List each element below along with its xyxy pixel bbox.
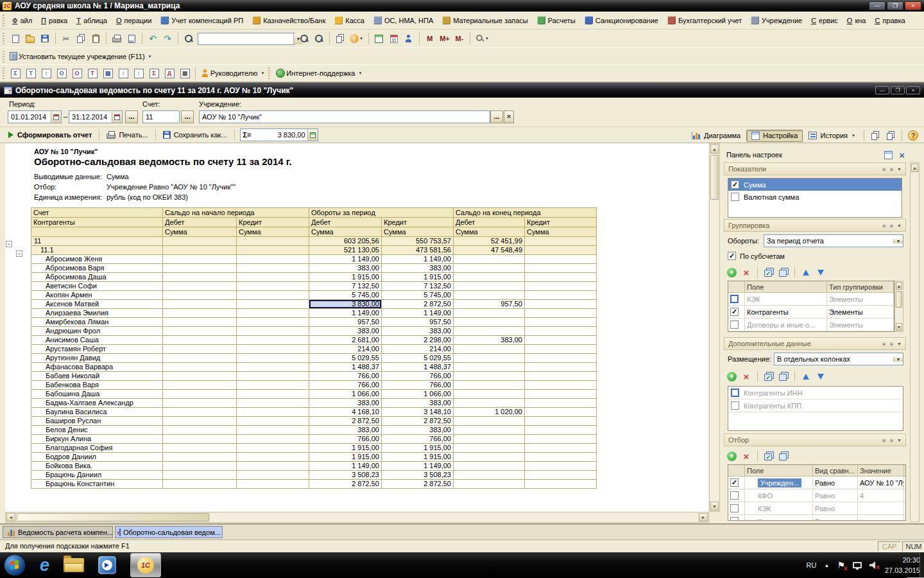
- amount-cell[interactable]: 1 149,00: [382, 309, 454, 318]
- amount-cell[interactable]: 2 681,00: [309, 336, 382, 345]
- amount-cell[interactable]: [525, 417, 597, 426]
- scroll-thumb[interactable]: [710, 155, 719, 200]
- amount-cell[interactable]: 473 581,56: [382, 246, 454, 255]
- amount-cell[interactable]: [525, 480, 597, 489]
- scroll-left-icon[interactable]: ◄: [6, 513, 15, 521]
- account-name-cell[interactable]: Андрюшин Фрол: [31, 327, 163, 336]
- section-indicators-header[interactable]: Показатели «»▼: [724, 162, 906, 175]
- amount-cell[interactable]: 52 451,99: [454, 237, 525, 246]
- amount-cell[interactable]: [237, 480, 309, 489]
- amount-cell[interactable]: [163, 309, 237, 318]
- account-name-cell[interactable]: 11: [31, 237, 163, 246]
- amount-cell[interactable]: 383,00: [454, 336, 525, 345]
- amount-cell[interactable]: [525, 453, 597, 462]
- amount-cell[interactable]: 383,00: [309, 264, 382, 273]
- information-button[interactable]: i▼: [348, 31, 365, 46]
- amount-cell[interactable]: [163, 282, 237, 291]
- amount-cell[interactable]: [163, 264, 237, 273]
- amount-cell[interactable]: 2 872,50: [382, 480, 454, 489]
- network-icon[interactable]: [853, 562, 862, 568]
- amount-cell[interactable]: [237, 444, 309, 453]
- amount-cell[interactable]: [525, 435, 597, 444]
- collapse-left-icon[interactable]: «: [882, 437, 886, 444]
- account-name-cell[interactable]: Благодарная София: [31, 444, 163, 453]
- amount-cell[interactable]: [237, 264, 309, 273]
- amount-cell[interactable]: 1 915,00: [309, 273, 382, 282]
- amount-cell[interactable]: [525, 327, 597, 336]
- doc-restore-button[interactable]: ❐: [891, 86, 905, 94]
- paste-button[interactable]: [89, 31, 103, 46]
- search-button[interactable]: [182, 31, 196, 46]
- scroll-up-icon[interactable]: ▲: [911, 164, 918, 172]
- expand-right-icon[interactable]: »: [890, 166, 894, 173]
- amount-cell[interactable]: [525, 462, 597, 471]
- amount-cell[interactable]: [237, 354, 309, 363]
- account-name-cell[interactable]: Абросимов Женя: [31, 255, 163, 264]
- table-header-cell[interactable]: Сальдо на начало периода: [163, 208, 309, 218]
- amount-cell[interactable]: [237, 282, 309, 291]
- amount-cell[interactable]: 550 753,57: [382, 237, 454, 246]
- account-name-cell[interactable]: Арутюнян Давид: [31, 354, 163, 363]
- amount-cell[interactable]: [454, 381, 525, 390]
- amount-cell[interactable]: [525, 381, 597, 390]
- memory-minus-button[interactable]: M-: [452, 31, 466, 46]
- amount-cell[interactable]: 1 149,00: [309, 255, 382, 264]
- table-header-cell[interactable]: Сальдо на конец периода: [454, 208, 597, 218]
- table-header-cell[interactable]: Кредит: [525, 218, 597, 227]
- amount-cell[interactable]: [454, 444, 525, 453]
- doc-minimize-button[interactable]: —: [875, 86, 889, 94]
- amount-cell[interactable]: 521 130,05: [309, 246, 382, 255]
- calendar-button[interactable]: [51, 111, 61, 123]
- amount-cell[interactable]: 1 066,00: [309, 390, 382, 399]
- report-horizontal-scrollbar[interactable]: ◄ ►: [5, 512, 709, 523]
- account-name-cell[interactable]: Брацюнь Константин: [31, 480, 163, 489]
- internet-explorer-icon[interactable]: e: [40, 557, 49, 574]
- amount-cell[interactable]: [163, 426, 237, 435]
- amount-cell[interactable]: [163, 372, 237, 381]
- grouping-row[interactable]: КЭКЭлементы: [728, 293, 894, 306]
- amount-cell[interactable]: [237, 246, 309, 255]
- account-name-cell[interactable]: Баулина Василиса: [31, 408, 163, 417]
- save-settings-button[interactable]: [884, 128, 898, 143]
- amount-cell[interactable]: [454, 417, 525, 426]
- user-permissions-button[interactable]: [402, 31, 416, 46]
- dropdown-arrow-icon[interactable]: ▼: [893, 357, 903, 362]
- amount-cell[interactable]: [237, 399, 309, 408]
- amount-cell[interactable]: [163, 354, 237, 363]
- amount-cell[interactable]: [525, 372, 597, 381]
- amount-cell[interactable]: 383,00: [382, 264, 454, 273]
- chevron-down-icon[interactable]: ▼: [897, 167, 902, 171]
- redo-button[interactable]: ↷: [160, 31, 175, 46]
- menu-item[interactable]: Материальные запасы: [438, 14, 533, 26]
- menu-item[interactable]: Сервис: [807, 15, 843, 26]
- load-settings-button[interactable]: [868, 128, 882, 143]
- table-header-cell[interactable]: Счет: [31, 208, 163, 218]
- amount-cell[interactable]: [525, 408, 597, 417]
- table-header-cell[interactable]: Кредит: [237, 218, 309, 227]
- table-header-cell[interactable]: Дебет: [163, 218, 237, 227]
- report-button-6[interactable]: Т: [85, 66, 99, 80]
- amount-cell[interactable]: 766,00: [309, 372, 382, 381]
- amount-cell[interactable]: 47 548,49: [454, 246, 525, 255]
- calculator-button[interactable]: [307, 129, 318, 141]
- manager-reports-button[interactable]: Руководителю ▼: [199, 66, 266, 80]
- restore-button[interactable]: ❐: [887, 1, 903, 10]
- grouping-grid-scrollbar[interactable]: ▲ ▼: [894, 281, 903, 332]
- menu-item[interactable]: Казначейство/Банк: [248, 14, 330, 26]
- amount-cell[interactable]: 2 872,50: [382, 417, 454, 426]
- new-document-button[interactable]: [8, 31, 22, 46]
- amount-cell[interactable]: [454, 273, 525, 282]
- amount-cell[interactable]: 5 029,55: [382, 354, 454, 363]
- amount-cell[interactable]: 383,00: [382, 327, 454, 336]
- amount-cell[interactable]: [237, 300, 309, 309]
- checkbox[interactable]: [731, 193, 739, 201]
- amount-cell[interactable]: 1 915,00: [382, 453, 454, 462]
- amount-cell[interactable]: 7 132,50: [382, 282, 454, 291]
- diagram-button[interactable]: Диаграмма: [687, 130, 745, 141]
- search-input[interactable]: [198, 33, 293, 44]
- amount-cell[interactable]: 383,00: [382, 426, 454, 435]
- checkbox[interactable]: [730, 504, 739, 512]
- amount-cell[interactable]: 383,00: [382, 399, 454, 408]
- amount-cell[interactable]: [525, 273, 597, 282]
- panel-scrollbar[interactable]: ▲: [910, 162, 920, 522]
